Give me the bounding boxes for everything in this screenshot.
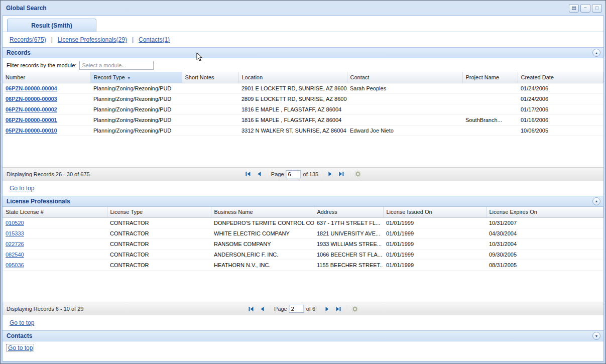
module-filter-input[interactable] — [79, 61, 154, 70]
maximize-icon: □ — [595, 5, 598, 11]
page-label: Page — [274, 306, 287, 312]
records-collapse-button[interactable]: ▲ — [592, 49, 600, 57]
licenses-collapse-button[interactable]: ▲ — [592, 197, 600, 205]
license-number-link[interactable]: 095036 — [6, 262, 24, 268]
licenses-table: State License # License Type Business Na… — [3, 207, 603, 271]
license-number-link[interactable]: 010520 — [6, 220, 24, 226]
column-header-location[interactable]: Location — [238, 72, 347, 83]
records-section-title: Records — [7, 49, 31, 56]
pager-separator — [319, 305, 319, 313]
prev-page-button[interactable] — [255, 170, 264, 179]
page-count-label: of 6 — [306, 306, 315, 312]
column-header-created-date[interactable]: Created Date — [518, 72, 603, 83]
refresh-button[interactable] — [353, 170, 362, 179]
records-go-to-top-row: Go to top — [3, 181, 603, 196]
records-pager-controls: Page of 135 — [244, 170, 362, 179]
table-row[interactable]: 022726 CONTRACTOR RANSOME COMPANY 1933 W… — [3, 239, 603, 250]
contacts-go-to-top-row: Go to top — [3, 341, 603, 361]
column-header-project-name[interactable]: Project Name — [462, 72, 518, 83]
pager-separator — [270, 305, 271, 313]
tab-strip: Result (Smith) — [3, 16, 603, 32]
contacts-section-header: Contacts ▼ — [3, 330, 603, 341]
licenses-section-title: License Professionals — [7, 198, 70, 205]
window-controls: ▤ − □ — [569, 4, 602, 13]
table-row[interactable]: 095036 CONTRACTOR HEATHORN N.V., INC. 11… — [3, 260, 603, 271]
collapse-up-icon: ▲ — [595, 199, 598, 203]
last-page-button[interactable] — [334, 304, 343, 313]
licenses-section-header: License Professionals ▲ — [3, 196, 603, 207]
next-page-button[interactable] — [323, 304, 332, 313]
table-row[interactable]: 06PZN-00000-00002 Planning/Zoning/Rezoni… — [3, 104, 603, 114]
table-row[interactable]: 082540 CONTRACTOR ANDERSON,ERIC F. INC. … — [3, 250, 603, 260]
titlebar: Global Search ▤ − □ — [2, 1, 604, 16]
column-header-license-expires[interactable]: License Expires On — [486, 207, 603, 218]
record-number-link[interactable]: 06PZN-00000-00004 — [6, 85, 57, 91]
records-panel: Records ▲ Filter records by the module: … — [3, 47, 603, 181]
records-filter-row: Filter records by the module: — [3, 58, 603, 72]
records-empty-area — [3, 136, 603, 167]
column-header-license-type[interactable]: License Type — [107, 207, 211, 218]
result-nav: Records(675) | License Professionals(29)… — [3, 32, 603, 47]
maximize-button[interactable]: □ — [592, 4, 602, 13]
first-page-button[interactable] — [244, 170, 253, 179]
page-number-input[interactable] — [286, 170, 301, 178]
minimize-button[interactable]: − — [580, 4, 590, 13]
prev-page-icon — [259, 306, 265, 312]
licenses-pager-status: Displaying Records 6 - 10 of 29 — [7, 306, 83, 312]
column-header-short-notes[interactable]: Short Notes — [182, 72, 238, 83]
column-header-contact[interactable]: Contact — [347, 72, 462, 83]
column-header-record-type[interactable]: Record Type▼ — [90, 72, 182, 83]
next-page-button[interactable] — [326, 170, 335, 179]
records-count-link[interactable]: Records(675) — [10, 36, 46, 43]
go-to-top-link[interactable]: Go to top — [10, 319, 34, 326]
table-row[interactable]: 06PZN-00000-00003 Planning/Zoning/Rezoni… — [3, 93, 603, 104]
column-header-number[interactable]: Number — [3, 72, 90, 83]
page-count-label: of 135 — [303, 171, 319, 177]
go-to-top-link[interactable]: Go to top — [10, 185, 34, 192]
records-table: Number Record Type▼ Short Notes Location… — [3, 72, 603, 136]
licenses-go-to-top-row: Go to top — [3, 315, 603, 330]
table-row[interactable]: 06PZN-00000-00001 Planning/Zoning/Rezoni… — [3, 114, 603, 125]
record-number-link[interactable]: 05PZN-00000-00010 — [6, 128, 57, 134]
refresh-button[interactable] — [350, 304, 359, 313]
licenses-empty-area — [3, 271, 603, 302]
pager-separator — [346, 305, 347, 313]
column-header-state-license[interactable]: State License # — [3, 207, 107, 218]
last-page-button[interactable] — [337, 170, 346, 179]
table-row[interactable]: 010520 CONTRACTOR DONPEDRO'S TERMITE CON… — [3, 218, 603, 228]
column-header-license-issued[interactable]: License Issued On — [383, 207, 486, 218]
go-to-top-link[interactable]: Go to top — [7, 344, 34, 352]
first-page-icon — [245, 171, 251, 177]
sort-desc-icon: ▼ — [127, 76, 131, 80]
license-number-link[interactable]: 015333 — [6, 230, 24, 236]
next-page-icon — [328, 171, 333, 177]
license-number-link[interactable]: 022726 — [6, 241, 24, 247]
record-number-link[interactable]: 06PZN-00000-00003 — [6, 96, 57, 102]
first-page-button[interactable] — [247, 304, 256, 313]
record-number-link[interactable]: 06PZN-00000-00002 — [6, 106, 57, 112]
last-page-icon — [336, 306, 341, 312]
licenses-header-row: State License # License Type Business Na… — [3, 207, 603, 218]
customize-button[interactable]: ▤ — [569, 4, 579, 13]
table-row[interactable]: 05PZN-00000-00010 Planning/Zoning/Rezoni… — [3, 125, 603, 136]
prev-page-button[interactable] — [258, 304, 267, 313]
customize-icon: ▤ — [571, 5, 576, 11]
records-pager-status: Displaying Records 26 - 30 of 675 — [7, 171, 90, 177]
pager-separator — [349, 170, 350, 178]
column-header-business-name[interactable]: Business Name — [211, 207, 314, 218]
first-page-icon — [248, 306, 254, 312]
window-title: Global Search — [6, 5, 47, 12]
module-filter-label: Filter records by the module: — [7, 62, 76, 68]
page-number-input[interactable] — [289, 305, 304, 313]
license-number-link[interactable]: 082540 — [6, 252, 24, 258]
contacts-expand-button[interactable]: ▼ — [592, 332, 600, 340]
minimize-icon: − — [584, 5, 587, 11]
column-header-address[interactable]: Address — [314, 207, 383, 218]
table-row[interactable]: 06PZN-00000-00004 Planning/Zoning/Rezoni… — [3, 83, 603, 93]
tab-result[interactable]: Result (Smith) — [7, 19, 96, 32]
table-row[interactable]: 015333 CONTRACTOR WHITE ELECTRIC COMPANY… — [3, 228, 603, 239]
licenses-pager: Displaying Records 6 - 10 of 29 Page of … — [3, 302, 603, 315]
contacts-count-link[interactable]: Contacts(1) — [139, 36, 170, 43]
license-professionals-count-link[interactable]: License Professionals(29) — [58, 36, 127, 43]
record-number-link[interactable]: 06PZN-00000-00001 — [6, 117, 57, 123]
